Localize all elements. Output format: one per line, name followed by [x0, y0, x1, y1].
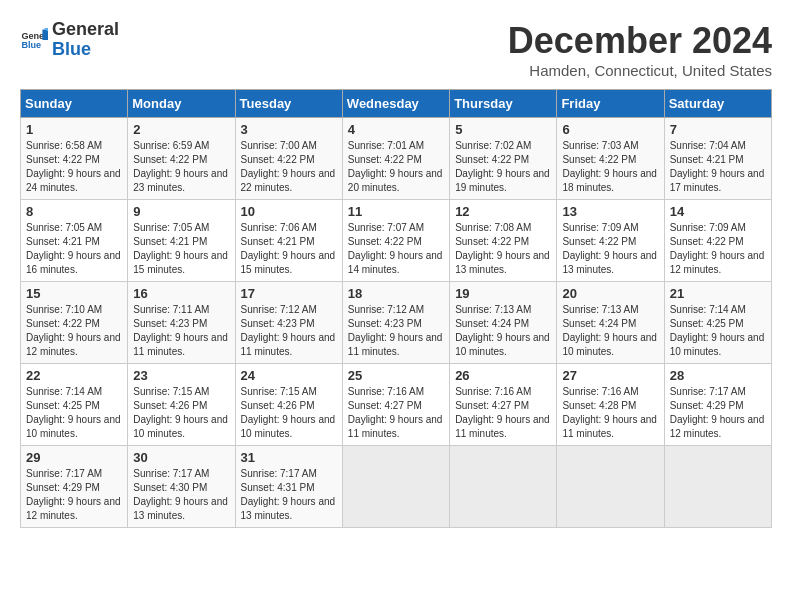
calendar-cell: 18Sunrise: 7:12 AMSunset: 4:23 PMDayligh… — [342, 282, 449, 364]
cell-info: Sunrise: 7:12 AMSunset: 4:23 PMDaylight:… — [348, 303, 444, 359]
cell-info: Sunrise: 7:02 AMSunset: 4:22 PMDaylight:… — [455, 139, 551, 195]
cell-info: Sunrise: 7:17 AMSunset: 4:31 PMDaylight:… — [241, 467, 337, 523]
cell-info: Sunrise: 7:17 AMSunset: 4:29 PMDaylight:… — [670, 385, 766, 441]
svg-marker-3 — [42, 29, 48, 40]
day-number: 31 — [241, 450, 337, 465]
week-row-5: 29Sunrise: 7:17 AMSunset: 4:29 PMDayligh… — [21, 446, 772, 528]
day-number: 26 — [455, 368, 551, 383]
day-number: 25 — [348, 368, 444, 383]
day-number: 11 — [348, 204, 444, 219]
calendar-cell: 4Sunrise: 7:01 AMSunset: 4:22 PMDaylight… — [342, 118, 449, 200]
logo-icon: General Blue — [20, 26, 48, 54]
calendar-cell: 13Sunrise: 7:09 AMSunset: 4:22 PMDayligh… — [557, 200, 664, 282]
cell-info: Sunrise: 7:12 AMSunset: 4:23 PMDaylight:… — [241, 303, 337, 359]
day-number: 23 — [133, 368, 229, 383]
calendar-cell: 12Sunrise: 7:08 AMSunset: 4:22 PMDayligh… — [450, 200, 557, 282]
cell-info: Sunrise: 6:59 AMSunset: 4:22 PMDaylight:… — [133, 139, 229, 195]
cell-info: Sunrise: 7:17 AMSunset: 4:30 PMDaylight:… — [133, 467, 229, 523]
day-number: 10 — [241, 204, 337, 219]
calendar-cell: 24Sunrise: 7:15 AMSunset: 4:26 PMDayligh… — [235, 364, 342, 446]
calendar-cell: 3Sunrise: 7:00 AMSunset: 4:22 PMDaylight… — [235, 118, 342, 200]
calendar-cell: 29Sunrise: 7:17 AMSunset: 4:29 PMDayligh… — [21, 446, 128, 528]
header-wednesday: Wednesday — [342, 90, 449, 118]
calendar-cell: 25Sunrise: 7:16 AMSunset: 4:27 PMDayligh… — [342, 364, 449, 446]
cell-info: Sunrise: 7:10 AMSunset: 4:22 PMDaylight:… — [26, 303, 122, 359]
cell-info: Sunrise: 7:00 AMSunset: 4:22 PMDaylight:… — [241, 139, 337, 195]
week-row-2: 8Sunrise: 7:05 AMSunset: 4:21 PMDaylight… — [21, 200, 772, 282]
header-sunday: Sunday — [21, 90, 128, 118]
day-number: 16 — [133, 286, 229, 301]
cell-info: Sunrise: 7:05 AMSunset: 4:21 PMDaylight:… — [133, 221, 229, 277]
calendar-cell: 26Sunrise: 7:16 AMSunset: 4:27 PMDayligh… — [450, 364, 557, 446]
cell-info: Sunrise: 7:11 AMSunset: 4:23 PMDaylight:… — [133, 303, 229, 359]
day-number: 30 — [133, 450, 229, 465]
logo-line2: Blue — [52, 39, 91, 59]
calendar-cell: 14Sunrise: 7:09 AMSunset: 4:22 PMDayligh… — [664, 200, 771, 282]
day-number: 2 — [133, 122, 229, 137]
calendar-cell — [450, 446, 557, 528]
cell-info: Sunrise: 7:16 AMSunset: 4:27 PMDaylight:… — [455, 385, 551, 441]
day-number: 15 — [26, 286, 122, 301]
day-number: 13 — [562, 204, 658, 219]
day-number: 22 — [26, 368, 122, 383]
calendar-cell: 27Sunrise: 7:16 AMSunset: 4:28 PMDayligh… — [557, 364, 664, 446]
day-number: 6 — [562, 122, 658, 137]
cell-info: Sunrise: 7:14 AMSunset: 4:25 PMDaylight:… — [670, 303, 766, 359]
cell-info: Sunrise: 7:04 AMSunset: 4:21 PMDaylight:… — [670, 139, 766, 195]
header-friday: Friday — [557, 90, 664, 118]
calendar-cell: 6Sunrise: 7:03 AMSunset: 4:22 PMDaylight… — [557, 118, 664, 200]
cell-info: Sunrise: 7:13 AMSunset: 4:24 PMDaylight:… — [455, 303, 551, 359]
day-number: 8 — [26, 204, 122, 219]
day-number: 27 — [562, 368, 658, 383]
calendar-cell: 5Sunrise: 7:02 AMSunset: 4:22 PMDaylight… — [450, 118, 557, 200]
calendar-cell: 21Sunrise: 7:14 AMSunset: 4:25 PMDayligh… — [664, 282, 771, 364]
cell-info: Sunrise: 7:05 AMSunset: 4:21 PMDaylight:… — [26, 221, 122, 277]
calendar-cell: 20Sunrise: 7:13 AMSunset: 4:24 PMDayligh… — [557, 282, 664, 364]
cell-info: Sunrise: 7:06 AMSunset: 4:21 PMDaylight:… — [241, 221, 337, 277]
cell-info: Sunrise: 7:09 AMSunset: 4:22 PMDaylight:… — [670, 221, 766, 277]
cell-info: Sunrise: 7:16 AMSunset: 4:28 PMDaylight:… — [562, 385, 658, 441]
header-tuesday: Tuesday — [235, 90, 342, 118]
day-number: 24 — [241, 368, 337, 383]
day-number: 4 — [348, 122, 444, 137]
page-header: General Blue General Blue December 2024 … — [20, 20, 772, 79]
day-number: 19 — [455, 286, 551, 301]
calendar-cell: 17Sunrise: 7:12 AMSunset: 4:23 PMDayligh… — [235, 282, 342, 364]
calendar-cell — [342, 446, 449, 528]
calendar-cell: 9Sunrise: 7:05 AMSunset: 4:21 PMDaylight… — [128, 200, 235, 282]
cell-info: Sunrise: 7:01 AMSunset: 4:22 PMDaylight:… — [348, 139, 444, 195]
cell-info: Sunrise: 7:09 AMSunset: 4:22 PMDaylight:… — [562, 221, 658, 277]
cell-info: Sunrise: 7:07 AMSunset: 4:22 PMDaylight:… — [348, 221, 444, 277]
calendar-cell: 22Sunrise: 7:14 AMSunset: 4:25 PMDayligh… — [21, 364, 128, 446]
cell-info: Sunrise: 7:03 AMSunset: 4:22 PMDaylight:… — [562, 139, 658, 195]
day-number: 1 — [26, 122, 122, 137]
calendar-cell: 1Sunrise: 6:58 AMSunset: 4:22 PMDaylight… — [21, 118, 128, 200]
cell-info: Sunrise: 7:15 AMSunset: 4:26 PMDaylight:… — [241, 385, 337, 441]
calendar-cell — [557, 446, 664, 528]
calendar-cell: 2Sunrise: 6:59 AMSunset: 4:22 PMDaylight… — [128, 118, 235, 200]
cell-info: Sunrise: 7:08 AMSunset: 4:22 PMDaylight:… — [455, 221, 551, 277]
day-number: 21 — [670, 286, 766, 301]
calendar-cell: 15Sunrise: 7:10 AMSunset: 4:22 PMDayligh… — [21, 282, 128, 364]
calendar-cell: 7Sunrise: 7:04 AMSunset: 4:21 PMDaylight… — [664, 118, 771, 200]
calendar-cell: 23Sunrise: 7:15 AMSunset: 4:26 PMDayligh… — [128, 364, 235, 446]
calendar-cell: 31Sunrise: 7:17 AMSunset: 4:31 PMDayligh… — [235, 446, 342, 528]
day-number: 5 — [455, 122, 551, 137]
calendar-cell: 8Sunrise: 7:05 AMSunset: 4:21 PMDaylight… — [21, 200, 128, 282]
cell-info: Sunrise: 7:17 AMSunset: 4:29 PMDaylight:… — [26, 467, 122, 523]
calendar-cell: 16Sunrise: 7:11 AMSunset: 4:23 PMDayligh… — [128, 282, 235, 364]
svg-text:Blue: Blue — [21, 40, 41, 50]
month-title: December 2024 — [508, 20, 772, 62]
day-number: 17 — [241, 286, 337, 301]
week-row-1: 1Sunrise: 6:58 AMSunset: 4:22 PMDaylight… — [21, 118, 772, 200]
week-row-4: 22Sunrise: 7:14 AMSunset: 4:25 PMDayligh… — [21, 364, 772, 446]
day-number: 9 — [133, 204, 229, 219]
calendar-cell: 28Sunrise: 7:17 AMSunset: 4:29 PMDayligh… — [664, 364, 771, 446]
calendar-cell: 10Sunrise: 7:06 AMSunset: 4:21 PMDayligh… — [235, 200, 342, 282]
day-number: 20 — [562, 286, 658, 301]
day-number: 12 — [455, 204, 551, 219]
calendar-table: SundayMondayTuesdayWednesdayThursdayFrid… — [20, 89, 772, 528]
week-row-3: 15Sunrise: 7:10 AMSunset: 4:22 PMDayligh… — [21, 282, 772, 364]
calendar-cell: 19Sunrise: 7:13 AMSunset: 4:24 PMDayligh… — [450, 282, 557, 364]
day-number: 29 — [26, 450, 122, 465]
